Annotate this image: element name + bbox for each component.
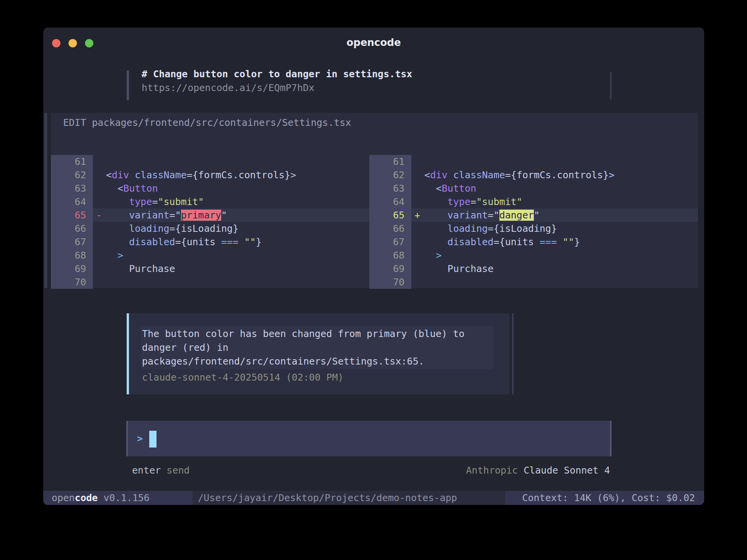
diff-marker xyxy=(93,249,106,262)
diff-marker xyxy=(93,195,106,208)
diff-marker xyxy=(411,155,424,168)
diff-row-context: 70 xyxy=(51,275,369,289)
code-line xyxy=(106,275,369,289)
line-number: 69 xyxy=(369,262,411,275)
code-line: <div className={formCs.controls}> xyxy=(424,168,698,182)
share-url[interactable]: https://opencode.ai/s/EQmP7hDx xyxy=(142,81,315,95)
code-line: type="submit" xyxy=(424,195,698,208)
diff-row-context: 63 <Button xyxy=(369,182,698,195)
code-token-angle: > xyxy=(609,169,615,181)
text-cursor xyxy=(149,431,157,448)
user-prompt-heading: # Change button color to danger in setti… xyxy=(142,67,412,81)
code-line: disabled={units === ""} xyxy=(106,235,369,249)
code-token-cyan: === xyxy=(221,236,238,247)
diff-marker xyxy=(411,222,424,235)
diff-row-context: 62<div className={formCs.controls}> xyxy=(369,168,698,182)
diff-row-context: 61 xyxy=(51,155,369,168)
code-token-plain xyxy=(106,210,129,221)
user-message-right-border xyxy=(610,72,612,99)
diff-row-context: 68 > xyxy=(369,249,698,262)
model-indicator[interactable]: Anthropic Claude Sonnet 4 xyxy=(466,464,610,477)
hint-space xyxy=(161,465,166,476)
diff-row-context: 64 type="submit" xyxy=(369,195,698,208)
code-token-plain: } xyxy=(574,236,580,247)
code-token-plain xyxy=(557,236,563,247)
code-token-attr: disabled xyxy=(447,236,493,247)
code-line: > xyxy=(106,249,369,262)
line-number: 69 xyxy=(51,262,93,275)
line-number: 64 xyxy=(369,195,411,208)
app-name-normal: open xyxy=(52,492,75,503)
enter-send-hint: enter send xyxy=(132,464,190,477)
diff-marker xyxy=(93,155,106,168)
diff-row-context: 69 Purchase xyxy=(369,262,698,275)
code-line xyxy=(106,155,369,168)
diff-marker xyxy=(411,262,424,275)
code-line: disabled={units === ""} xyxy=(424,235,698,249)
screen: opencode # Change button color to danger… xyxy=(0,0,747,560)
line-number: 70 xyxy=(369,275,411,289)
code-token-plain: ={units xyxy=(494,236,540,247)
diff-marker xyxy=(93,275,106,289)
diff-marker xyxy=(411,182,424,195)
diff-after-column: 6162<div className={formCs.controls}>63 … xyxy=(369,155,698,289)
line-number: 66 xyxy=(369,222,411,235)
model-name-label: Claude Sonnet 4 xyxy=(524,465,610,476)
code-line: Purchase xyxy=(106,262,369,275)
assistant-message-line: danger (red) in xyxy=(141,341,494,355)
provider-label: Anthropic xyxy=(466,465,518,476)
diff-marker xyxy=(93,262,106,275)
code-token-plain: =" xyxy=(170,210,181,221)
diff-marker xyxy=(93,168,106,182)
diff-marker xyxy=(411,195,424,208)
diff-before-column: 6162<div className={formCs.controls}>63 … xyxy=(51,155,369,289)
line-number: 63 xyxy=(369,182,411,195)
diff-row-added: 65+ variant="danger" xyxy=(369,208,698,222)
code-token-angle: < xyxy=(436,183,442,194)
edit-header-space xyxy=(86,117,92,128)
code-token-plain xyxy=(106,196,129,207)
code-token-plain xyxy=(106,183,117,194)
code-token-angle: < xyxy=(117,183,123,194)
edit-file-path: packages/frontend/src/containers/Setting… xyxy=(92,117,351,128)
assistant-message-line: The button color has been changed from p… xyxy=(141,327,494,341)
code-token-plain xyxy=(106,236,129,247)
code-token-plain: ={formCs.controls} xyxy=(187,169,290,181)
edit-file-header: EDIT packages/frontend/src/containers/Se… xyxy=(63,116,351,130)
code-token-plain xyxy=(424,183,436,194)
assistant-message-line: packages/frontend/src/containers/Setting… xyxy=(141,355,494,368)
diff-row-context: 63 <Button xyxy=(51,182,369,195)
working-directory-path: /Users/jayair/Desktop/Projects/demo-note… xyxy=(198,491,457,505)
code-token-string: "submit" xyxy=(158,196,204,207)
enter-key-label: enter xyxy=(132,465,161,476)
titlebar: opencode xyxy=(43,28,704,52)
code-token-plain: ={units xyxy=(175,236,221,247)
code-token-purple: Button xyxy=(442,183,476,194)
diff-marker xyxy=(411,168,424,182)
diff-row-context: 61 xyxy=(369,155,698,168)
code-token-plain xyxy=(238,236,244,247)
code-token-plain xyxy=(424,210,447,221)
code-token-purple: Button xyxy=(123,183,158,194)
edit-action-label: EDIT xyxy=(63,117,86,128)
code-token-plain xyxy=(106,250,117,261)
code-token-cyan: === xyxy=(540,236,557,247)
diff-marker: - xyxy=(93,208,106,222)
app-name-bold: code xyxy=(75,492,98,503)
edit-panel-left-strip xyxy=(44,113,47,288)
code-token-attr: disabled xyxy=(129,236,175,247)
code-token-plain: = xyxy=(470,196,476,207)
chat-input[interactable]: > xyxy=(126,421,612,456)
line-number: 65 xyxy=(51,208,93,222)
app-version: v0.1.156 xyxy=(98,492,149,503)
code-line: variant="danger" xyxy=(424,208,698,222)
diff-marker xyxy=(411,235,424,249)
code-token-plain xyxy=(424,250,436,261)
code-token-plain: =" xyxy=(488,210,499,221)
diff-row-context: 62<div className={formCs.controls}> xyxy=(51,168,369,182)
code-token-plain: Purchase xyxy=(106,263,175,274)
window-title: opencode xyxy=(43,37,704,48)
code-token-angle: < xyxy=(424,169,430,181)
diff-row-context: 66 loading={isLoading} xyxy=(369,222,698,235)
opencode-window: opencode # Change button color to danger… xyxy=(43,28,704,505)
